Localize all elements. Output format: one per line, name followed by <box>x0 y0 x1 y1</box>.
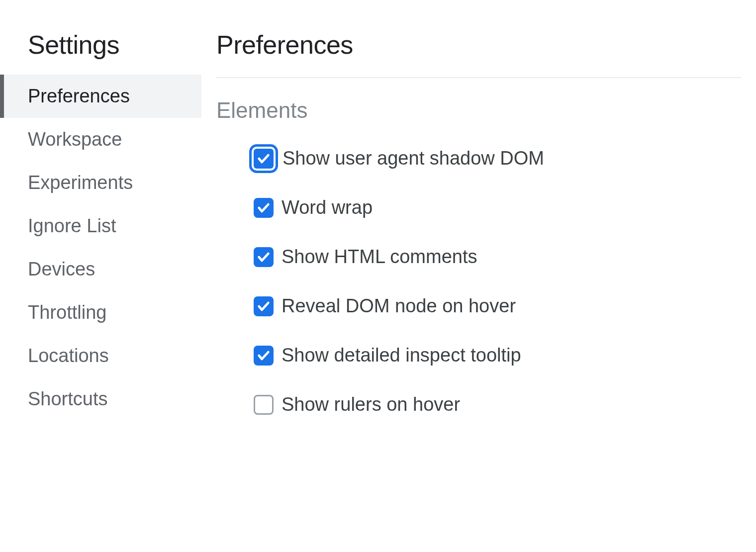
sidebar: Settings Preferences Workspace Experimen… <box>0 0 201 552</box>
option-show-detailed-inspect-tooltip[interactable]: Show detailed inspect tooltip <box>254 345 741 366</box>
option-label: Word wrap <box>282 197 373 218</box>
divider <box>216 77 741 78</box>
option-reveal-dom-node-on-hover[interactable]: Reveal DOM node on hover <box>254 295 741 317</box>
checkbox-icon[interactable] <box>254 149 274 169</box>
sidebar-item-ignore-list[interactable]: Ignore List <box>0 204 201 248</box>
sidebar-item-shortcuts[interactable]: Shortcuts <box>0 377 201 421</box>
option-label: Reveal DOM node on hover <box>282 295 516 317</box>
sidebar-item-label: Devices <box>28 259 95 279</box>
sidebar-item-label: Shortcuts <box>28 388 108 409</box>
checkbox-icon[interactable] <box>254 346 274 366</box>
checkbox-icon[interactable] <box>254 198 274 218</box>
option-show-rulers-on-hover[interactable]: Show rulers on hover <box>254 394 741 415</box>
option-label: Show HTML comments <box>282 246 477 268</box>
option-word-wrap[interactable]: Word wrap <box>254 197 741 218</box>
sidebar-item-label: Throttling <box>28 302 106 323</box>
sidebar-item-devices[interactable]: Devices <box>0 248 201 291</box>
sidebar-item-workspace[interactable]: Workspace <box>0 118 201 161</box>
checkbox-icon[interactable] <box>254 247 274 267</box>
option-label: Show rulers on hover <box>282 394 460 415</box>
sidebar-item-label: Experiments <box>28 172 133 193</box>
section-title-elements: Elements <box>216 98 741 123</box>
sidebar-item-throttling[interactable]: Throttling <box>0 291 201 334</box>
option-label: Show user agent shadow DOM <box>283 148 544 169</box>
options-list: Show user agent shadow DOM Word wrap Sho… <box>216 148 741 415</box>
sidebar-item-label: Workspace <box>28 129 122 150</box>
page-title: Preferences <box>216 30 741 77</box>
option-show-html-comments[interactable]: Show HTML comments <box>254 246 741 268</box>
checkbox-icon[interactable] <box>254 395 274 415</box>
checkbox-icon[interactable] <box>254 296 274 316</box>
sidebar-title: Settings <box>0 30 201 75</box>
sidebar-item-label: Preferences <box>28 86 130 106</box>
main-content: Preferences Elements Show user agent sha… <box>201 0 756 552</box>
sidebar-item-locations[interactable]: Locations <box>0 334 201 377</box>
sidebar-item-label: Ignore List <box>28 215 116 236</box>
option-show-user-agent-shadow-dom[interactable]: Show user agent shadow DOM <box>254 148 741 169</box>
option-label: Show detailed inspect tooltip <box>282 345 521 366</box>
sidebar-item-experiments[interactable]: Experiments <box>0 161 201 204</box>
sidebar-item-preferences[interactable]: Preferences <box>0 75 201 118</box>
sidebar-item-label: Locations <box>28 345 109 366</box>
